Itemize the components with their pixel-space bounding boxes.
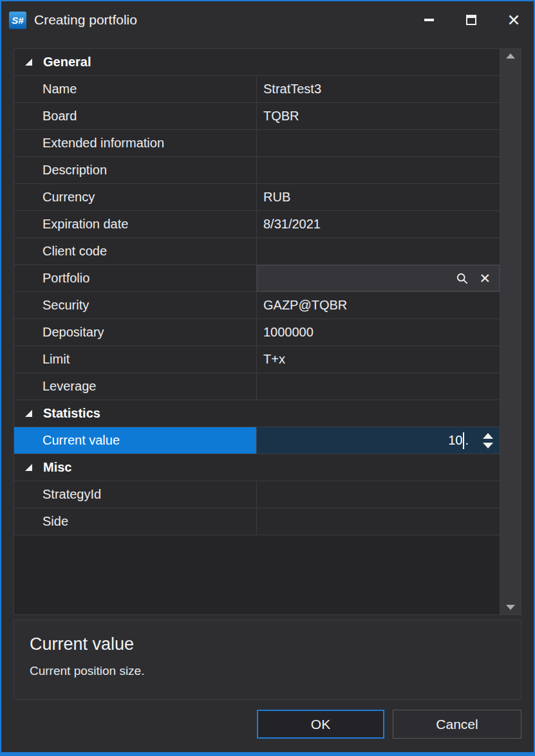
property-row-currency: CurrencyRUB — [14, 184, 500, 211]
property-row-depositary: Depositary1000000 — [14, 319, 500, 346]
property-value-client-code[interactable] — [256, 238, 500, 264]
property-row-description: Description — [14, 157, 500, 184]
property-label-expiration-date[interactable]: Expiration date — [14, 211, 256, 237]
description-text: Current position size. — [30, 664, 505, 678]
property-row-security: SecurityGAZP@TQBR — [14, 292, 500, 319]
property-label-depositary[interactable]: Depositary — [14, 319, 256, 346]
property-grid: GeneralNameStratTest3BoardTQBRExtended i… — [14, 48, 521, 615]
property-label-text: Description — [42, 163, 107, 178]
text-caret — [463, 432, 464, 449]
ok-button[interactable]: OK — [257, 710, 384, 739]
property-label-security[interactable]: Security — [14, 292, 256, 318]
property-label-description[interactable]: Description — [14, 157, 256, 183]
expand-icon — [25, 410, 32, 417]
property-label-text: Portfolio — [42, 271, 89, 286]
property-label-text: Board — [42, 109, 77, 124]
expand-icon — [25, 464, 32, 471]
property-value-text: 1000000 — [263, 325, 314, 340]
category-label: Misc — [43, 460, 71, 475]
window-title: Creating portfolio — [34, 12, 137, 28]
property-label-strategyid[interactable]: StrategyId — [14, 481, 256, 508]
property-label-board[interactable]: Board — [14, 103, 256, 129]
property-value-extended-information[interactable] — [256, 130, 500, 156]
property-label-text: Client code — [42, 244, 107, 259]
property-row-strategyid: StrategyId — [14, 481, 500, 508]
property-value-currency[interactable]: RUB — [256, 184, 500, 210]
property-value-text: StratTest3 — [263, 82, 321, 97]
property-value-security[interactable]: GAZP@TQBR — [256, 292, 500, 318]
description-title: Current value — [30, 634, 505, 654]
property-value-text: GAZP@TQBR — [263, 298, 347, 313]
logo-text: S# — [12, 15, 23, 26]
numeric-value: 10 — [448, 433, 462, 448]
property-value-limit[interactable]: T+x — [256, 346, 500, 373]
scroll-down-button[interactable] — [500, 600, 521, 614]
numeric-value-after-caret: . — [465, 433, 469, 448]
property-value-text: 8/31/2021 — [263, 217, 321, 232]
category-row-general[interactable]: General — [14, 49, 500, 76]
property-value-depositary[interactable]: 1000000 — [256, 319, 500, 346]
property-label-currency[interactable]: Currency — [14, 184, 256, 210]
property-label-text: Leverage — [42, 379, 96, 394]
vertical-scrollbar[interactable] — [500, 49, 521, 614]
property-label-text: Limit — [42, 352, 70, 367]
property-label-text: Current value — [42, 433, 120, 448]
property-label-text: Currency — [42, 190, 95, 205]
spin-up-icon[interactable] — [483, 433, 493, 439]
property-value-text: T+x — [263, 352, 285, 367]
scroll-up-button[interactable] — [500, 49, 521, 63]
property-row-board: BoardTQBR — [14, 103, 500, 130]
scroll-up-icon — [506, 53, 515, 59]
cancel-button[interactable]: Cancel — [393, 710, 521, 739]
maximize-button[interactable] — [456, 8, 486, 32]
property-label-text: StrategyId — [42, 487, 101, 502]
property-value-name[interactable]: StratTest3 — [256, 76, 500, 102]
property-row-leverage: Leverage — [14, 373, 500, 400]
close-icon: ✕ — [507, 12, 521, 28]
stocksharp-logo-icon: S# — [9, 12, 26, 29]
spin-down-icon[interactable] — [483, 443, 493, 448]
property-label-name[interactable]: Name — [14, 76, 256, 102]
property-label-text: Depositary — [42, 325, 104, 340]
property-value-description[interactable] — [256, 157, 500, 183]
property-value-strategyid[interactable] — [256, 481, 500, 508]
property-row-current-value: Current value10. — [14, 427, 500, 454]
scrollbar-track[interactable] — [500, 63, 521, 600]
description-panel: Current value Current position size. — [14, 620, 521, 700]
category-label: Statistics — [43, 406, 100, 421]
current-value-editor[interactable]: 10. — [256, 427, 500, 454]
category-row-statistics[interactable]: Statistics — [14, 400, 500, 427]
clear-icon[interactable]: ✕ — [479, 272, 491, 285]
property-label-text: Security — [42, 298, 89, 313]
property-label-leverage[interactable]: Leverage — [14, 373, 256, 400]
property-value-board[interactable]: TQBR — [256, 103, 500, 129]
close-button[interactable]: ✕ — [499, 8, 529, 32]
property-label-side[interactable]: Side — [14, 508, 256, 535]
expand-icon — [25, 59, 32, 66]
property-value-expiration-date[interactable]: 8/31/2021 — [256, 211, 500, 237]
property-label-limit[interactable]: Limit — [14, 346, 256, 373]
category-row-misc[interactable]: Misc — [14, 454, 500, 481]
property-row-expiration-date: Expiration date8/31/2021 — [14, 211, 500, 238]
property-label-extended-information[interactable]: Extended information — [14, 130, 256, 156]
property-label-client-code[interactable]: Client code — [14, 238, 256, 264]
portfolio-search-editor[interactable]: ✕ — [256, 265, 500, 291]
property-label-current-value[interactable]: Current value — [14, 427, 256, 454]
property-label-portfolio[interactable]: Portfolio — [14, 265, 256, 291]
property-value-side[interactable] — [256, 508, 500, 535]
minimize-button[interactable] — [414, 8, 444, 32]
title-bar: S# Creating portfolio ✕ — [1, 1, 534, 39]
property-row-extended-information: Extended information — [14, 130, 500, 157]
creating-portfolio-dialog: S# Creating portfolio ✕ GeneralNameStrat… — [0, 0, 535, 756]
category-label: General — [43, 55, 91, 69]
property-grid-rows: GeneralNameStratTest3BoardTQBRExtended i… — [14, 49, 500, 614]
search-icon[interactable] — [456, 272, 469, 285]
property-row-client-code: Client code — [14, 238, 500, 265]
dialog-buttons: OK Cancel — [1, 710, 521, 739]
property-value-leverage[interactable] — [256, 373, 500, 400]
window-controls: ✕ — [401, 8, 529, 32]
property-label-text: Side — [42, 514, 68, 529]
maximize-icon — [466, 15, 476, 25]
spinner-buttons[interactable] — [483, 433, 493, 448]
property-label-text: Extended information — [42, 136, 164, 151]
